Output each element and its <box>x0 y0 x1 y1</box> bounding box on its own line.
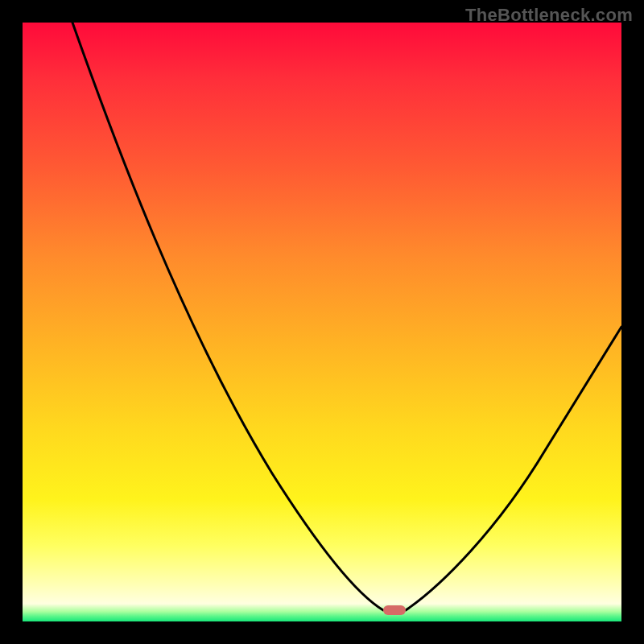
plot-area <box>23 23 621 621</box>
watermark-text: TheBottleneck.com <box>465 5 633 26</box>
chart-container: TheBottleneck.com <box>0 0 644 644</box>
x-axis <box>23 621 621 623</box>
optimum-marker <box>383 605 406 615</box>
bottleneck-curve <box>23 23 621 621</box>
